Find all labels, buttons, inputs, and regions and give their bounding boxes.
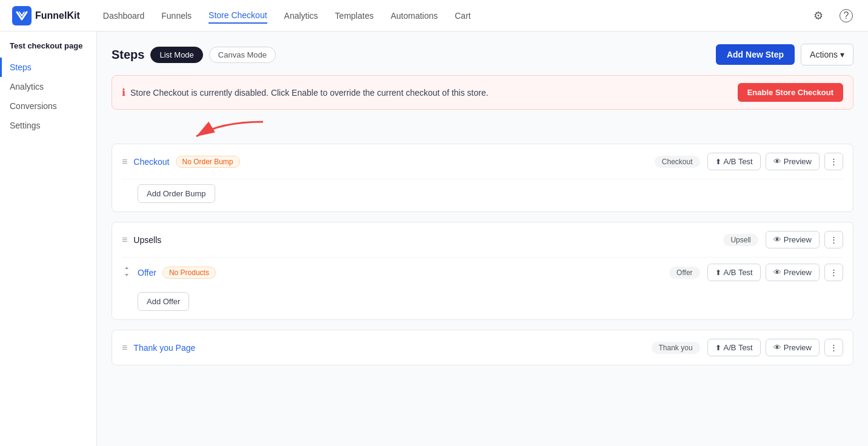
steps-title: Steps — [112, 48, 144, 62]
upsells-preview-button[interactable]: 👁 Preview — [766, 231, 820, 248]
nav-templates[interactable]: Templates — [335, 8, 374, 23]
sidebar-title: Test checkout page — [0, 41, 96, 58]
offer-ab-test-icon: ⬆ — [715, 268, 721, 277]
upsells-type-badge: Upsell — [723, 234, 758, 246]
info-icon: ℹ — [122, 87, 125, 98]
nav-right-icons: ⚙ ? — [809, 6, 856, 25]
upsells-preview-eye-icon: 👁 — [773, 235, 781, 244]
actions-button[interactable]: Actions ▾ — [801, 44, 853, 65]
sidebar-item-analytics[interactable]: Analytics — [0, 77, 96, 96]
top-nav: FunnelKit Dashboard Funnels Store Checko… — [0, 0, 868, 32]
ab-test-label: A/B Test — [724, 157, 753, 166]
sidebar: Test checkout page Steps Analytics Conve… — [0, 32, 97, 446]
upsells-step-name[interactable]: Upsells — [133, 235, 161, 245]
thankyou-ab-test-button[interactable]: ⬆ A/B Test — [707, 339, 761, 356]
no-order-bump-badge: No Order Bump — [176, 156, 240, 168]
upsells-more-button[interactable]: ⋮ — [824, 231, 843, 248]
alert-text-area: ℹ Store Checkout is currently disabled. … — [122, 87, 489, 98]
offer-step-name[interactable]: Offer — [138, 268, 156, 278]
help-icon: ? — [840, 9, 853, 22]
add-new-step-button[interactable]: Add New Step — [716, 44, 795, 65]
canvas-mode-button[interactable]: Canvas Mode — [209, 47, 276, 63]
red-arrow-icon — [148, 119, 269, 141]
settings-icon-button[interactable]: ⚙ — [809, 6, 828, 25]
drag-handle-icon[interactable]: ≡ — [122, 156, 127, 167]
upsells-sub-area: Add Offer — [112, 287, 853, 319]
chevron-down-icon: ▾ — [840, 50, 844, 59]
checkout-step-row: ≡ Checkout No Order Bump Checkout ⬆ A/B … — [112, 144, 853, 179]
checkout-step-actions: ⬆ A/B Test 👁 Preview ⋮ — [707, 153, 843, 170]
thankyou-step-row: ≡ Thank you Page Thank you ⬆ A/B Test 👁 … — [112, 330, 853, 365]
nav-cart[interactable]: Cart — [455, 8, 470, 23]
nav-store-checkout[interactable]: Store Checkout — [209, 8, 267, 24]
help-icon-button[interactable]: ? — [836, 6, 856, 25]
thankyou-preview-eye-icon: 👁 — [773, 343, 781, 352]
add-offer-button[interactable]: Add Offer — [138, 292, 189, 311]
offer-sub-row: Offer No Products Offer ⬆ A/B Test 👁 Pre… — [112, 258, 853, 287]
steps-actions-area: Add New Step Actions ▾ — [716, 44, 853, 65]
offer-type-badge: Offer — [669, 267, 699, 279]
logo-text: FunnelKit — [35, 10, 80, 21]
offer-step-actions: ⬆ A/B Test 👁 Preview ⋮ — [707, 264, 843, 281]
checkout-type-badge: Checkout — [655, 156, 700, 168]
thankyou-type-badge: Thank you — [652, 342, 700, 354]
enable-store-checkout-button[interactable]: Enable Store Checkout — [738, 83, 843, 102]
logo[interactable]: FunnelKit — [12, 6, 80, 25]
upsells-step-row: ≡ Upsells Upsell 👁 Preview ⋮ — [112, 222, 853, 257]
steps-title-area: Steps List Mode Canvas Mode — [112, 47, 276, 63]
no-products-badge: No Products — [162, 267, 216, 279]
offer-sort-icon — [122, 265, 132, 279]
preview-eye-icon: 👁 — [773, 157, 781, 166]
thankyou-more-button[interactable]: ⋮ — [824, 339, 843, 356]
offer-ab-test-label: A/B Test — [724, 268, 753, 277]
thankyou-ab-test-label: A/B Test — [724, 343, 753, 352]
thankyou-step-name[interactable]: Thank you Page — [133, 343, 195, 353]
more-dots-icon: ⋮ — [830, 157, 838, 166]
nav-analytics[interactable]: Analytics — [284, 8, 318, 23]
offer-preview-eye-icon: 👁 — [773, 268, 781, 277]
ab-test-icon: ⬆ — [715, 158, 721, 166]
checkout-sub-area: Add Order Bump — [112, 179, 853, 211]
arrow-annotation — [112, 119, 853, 141]
checkout-step-card: ≡ Checkout No Order Bump Checkout ⬆ A/B … — [112, 144, 853, 212]
thankyou-drag-handle-icon[interactable]: ≡ — [122, 342, 127, 353]
upsells-preview-label: Preview — [784, 235, 812, 244]
upsells-more-dots-icon: ⋮ — [830, 235, 838, 244]
thankyou-ab-test-icon: ⬆ — [715, 344, 721, 352]
sidebar-item-conversions[interactable]: Conversions — [0, 96, 96, 116]
offer-more-dots-icon: ⋮ — [830, 268, 838, 277]
checkout-step-name[interactable]: Checkout — [133, 157, 169, 167]
gear-icon: ⚙ — [813, 9, 823, 22]
nav-automations[interactable]: Automations — [390, 8, 438, 23]
main-layout: Test checkout page Steps Analytics Conve… — [0, 32, 868, 446]
thankyou-preview-label: Preview — [784, 343, 812, 352]
checkout-preview-button[interactable]: 👁 Preview — [766, 153, 820, 170]
main-content: Steps List Mode Canvas Mode Add New Step… — [97, 32, 868, 446]
thankyou-preview-button[interactable]: 👁 Preview — [766, 339, 820, 356]
offer-more-button[interactable]: ⋮ — [824, 264, 843, 281]
list-mode-button[interactable]: List Mode — [150, 47, 202, 63]
steps-header: Steps List Mode Canvas Mode Add New Step… — [112, 44, 853, 65]
checkout-ab-test-button[interactable]: ⬆ A/B Test — [707, 153, 761, 170]
sidebar-item-settings[interactable]: Settings — [0, 116, 96, 135]
offer-ab-test-button[interactable]: ⬆ A/B Test — [707, 264, 761, 281]
preview-label: Preview — [784, 157, 812, 166]
upsells-step-actions: 👁 Preview ⋮ — [766, 231, 843, 248]
nav-funnels[interactable]: Funnels — [161, 8, 192, 23]
thankyou-step-card: ≡ Thank you Page Thank you ⬆ A/B Test 👁 … — [112, 330, 853, 365]
checkout-more-button[interactable]: ⋮ — [824, 153, 843, 170]
sidebar-item-steps[interactable]: Steps — [0, 58, 96, 77]
actions-label: Actions — [810, 50, 838, 59]
add-order-bump-button[interactable]: Add Order Bump — [138, 184, 215, 203]
thankyou-more-dots-icon: ⋮ — [830, 343, 838, 352]
nav-dashboard[interactable]: Dashboard — [103, 8, 145, 23]
alert-banner: ℹ Store Checkout is currently disabled. … — [112, 75, 853, 110]
upsells-drag-handle-icon[interactable]: ≡ — [122, 235, 127, 245]
upsells-step-card: ≡ Upsells Upsell 👁 Preview ⋮ — [112, 222, 853, 320]
alert-message: Store Checkout is currently disabled. Cl… — [130, 88, 489, 98]
thankyou-step-actions: ⬆ A/B Test 👁 Preview ⋮ — [707, 339, 843, 356]
offer-preview-button[interactable]: 👁 Preview — [766, 264, 820, 281]
offer-preview-label: Preview — [784, 268, 812, 277]
